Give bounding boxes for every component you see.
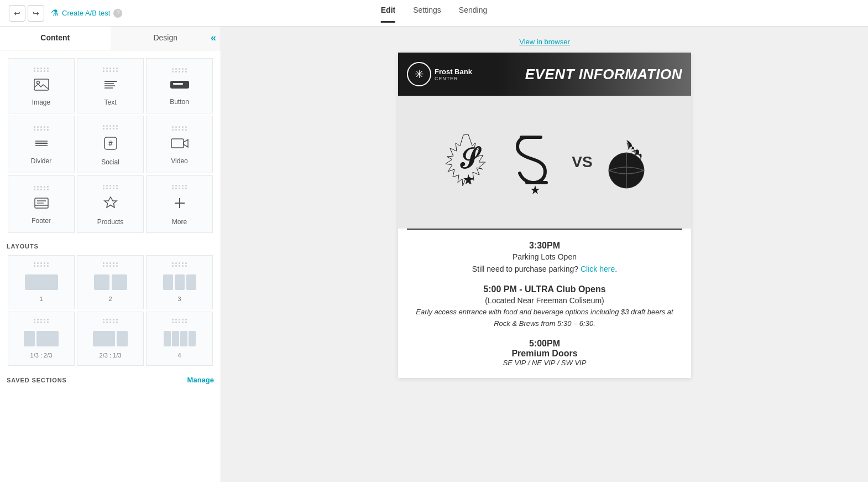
tab-edit[interactable]: Edit (381, 3, 395, 23)
drag-dots (103, 125, 118, 129)
collapse-button[interactable]: « (211, 32, 216, 44)
layout-preview-6 (158, 329, 202, 349)
products-label: Products (97, 218, 123, 226)
more-label: More (172, 218, 187, 226)
premium-section: 5:00PM Premium Doors SE VIP / NE VIP / S… (415, 339, 674, 367)
tab-design[interactable]: Design (111, 27, 221, 50)
element-products[interactable]: Products (77, 175, 144, 233)
sidebar-tabs: Content Design (0, 27, 221, 50)
drag-dots (103, 319, 118, 323)
layout-preview-5 (88, 329, 133, 349)
drag-dots (172, 68, 187, 72)
drag-dots (34, 126, 49, 131)
parking-question: Still need to purchase parking? Click he… (415, 263, 674, 275)
premium-doors: Premium Doors (415, 349, 674, 359)
video-label: Video (171, 157, 187, 165)
elements-grid: Image Text (0, 50, 221, 234)
products-icon (103, 196, 118, 214)
layout-4[interactable]: 4 (146, 312, 213, 366)
top-bar: ↩ ↪ ⚗ Create A/B test ? Edit Settings Se… (0, 0, 868, 27)
text-label: Text (104, 99, 116, 106)
ab-test-icon: ⚗ (51, 8, 59, 18)
drag-dots (34, 319, 49, 323)
spurs-logo: 𝒮 (438, 132, 499, 193)
time-1: 3:30PM (415, 241, 674, 251)
heat-logo (602, 132, 651, 193)
more-icon (172, 196, 187, 214)
ab-test-link[interactable]: ⚗ Create A/B test ? (51, 8, 122, 18)
element-video[interactable]: Video (146, 116, 213, 173)
undo-button[interactable]: ↩ (9, 5, 25, 22)
drag-dots (172, 185, 187, 189)
tab-content[interactable]: Content (0, 27, 111, 50)
layout-preview-3 (158, 272, 202, 292)
tab-sending[interactable]: Sending (459, 3, 487, 23)
layout-3[interactable]: 3 (146, 255, 213, 309)
event-info-title: EVENT INFORMATION (525, 66, 682, 83)
drag-dots (103, 262, 118, 267)
email-header: ✳ Frost Bank CENTER EVENT INFORMATION (398, 53, 691, 96)
undo-redo-group: ↩ ↪ (9, 5, 44, 22)
saved-sections-title: SAVED SECTIONS (7, 377, 67, 383)
drag-dots (34, 186, 49, 190)
image-icon (34, 79, 49, 94)
ab-test-label: Create A/B test (62, 9, 110, 17)
drag-dots (172, 262, 187, 267)
main-layout: « Content Design Im (0, 27, 868, 482)
social-icon: # (103, 136, 118, 154)
redo-button[interactable]: ↪ (28, 5, 44, 22)
drag-dots (34, 262, 49, 267)
layout-2[interactable]: 2 (77, 255, 144, 309)
footer-label: Footer (32, 217, 51, 225)
frost-logo-circle: ✳ (407, 62, 431, 86)
element-text[interactable]: Text (77, 58, 144, 113)
text-icon (103, 79, 118, 94)
element-button[interactable]: Button (146, 58, 213, 113)
svg-marker-22 (531, 185, 540, 194)
info-icon[interactable]: ? (113, 9, 122, 18)
element-more[interactable]: More (146, 175, 213, 233)
layout-1[interactable]: 1 (8, 255, 75, 309)
toolbar-left: ↩ ↪ ⚗ Create A/B test ? (9, 5, 122, 22)
tab-settings[interactable]: Settings (413, 3, 441, 23)
drag-dots (103, 185, 118, 189)
layout-preview-4 (19, 329, 64, 349)
divider-label: Divider (31, 157, 51, 165)
layout-6-label: 4 (177, 352, 181, 359)
element-social[interactable]: # Social (77, 116, 144, 173)
svg-rect-7 (173, 83, 183, 85)
teams-section: 𝒮 V (398, 96, 691, 229)
manage-link[interactable]: Manage (187, 376, 214, 384)
svg-point-1 (36, 81, 39, 84)
frost-bank-logo: ✳ Frost Bank CENTER (398, 62, 472, 86)
content-area: View in browser ✳ Frost Bank CENTER EVEN… (221, 27, 868, 482)
element-footer[interactable]: Footer (8, 175, 75, 233)
view-in-browser-link[interactable]: View in browser (519, 38, 570, 46)
ultra-club-title: 5:00 PM - ULTRA Club Opens (415, 284, 674, 294)
layout-preview-1 (19, 272, 64, 292)
ultra-desc: Early access entrance with food and beve… (415, 307, 674, 330)
spurs-logo-custom (508, 129, 563, 195)
element-divider[interactable]: Divider (8, 116, 75, 173)
image-label: Image (32, 99, 50, 106)
svg-rect-13 (171, 139, 184, 148)
vs-text: VS (572, 153, 592, 171)
element-image[interactable]: Image (8, 58, 75, 113)
drag-dots (172, 319, 187, 323)
layout-two-third[interactable]: 2/3 : 1/3 (77, 312, 144, 366)
layout-preview-2 (88, 272, 133, 292)
saved-sections-header: SAVED SECTIONS Manage (0, 367, 221, 388)
layouts-title: LAYOUTS (0, 234, 221, 254)
social-label: Social (101, 158, 119, 166)
layout-4-label: 1/3 : 2/3 (30, 352, 53, 359)
layout-one-third[interactable]: 1/3 : 2/3 (8, 312, 75, 366)
parking-lots: Parking Lots Open (415, 251, 674, 263)
drag-dots (172, 126, 187, 131)
layout-5-label: 2/3 : 1/3 (100, 352, 122, 359)
frost-logo-icon: ✳ (415, 68, 424, 81)
footer-icon (34, 197, 49, 213)
click-here-link[interactable]: Click here (581, 265, 615, 273)
svg-rect-0 (34, 79, 49, 90)
sidebar: « Content Design Im (0, 27, 221, 482)
email-container: ✳ Frost Bank CENTER EVENT INFORMATION (398, 53, 691, 378)
